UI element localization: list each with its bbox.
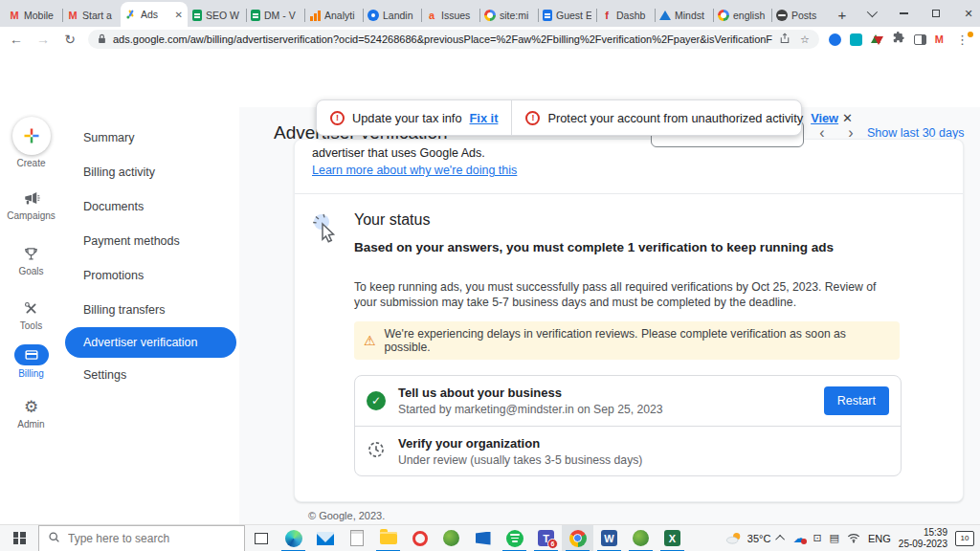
fix-it-link[interactable]: Fix it (470, 111, 499, 125)
weather-temp: 35°C (747, 533, 771, 544)
rail-item-create[interactable]: Create (0, 117, 62, 168)
window-minimize-button[interactable] (887, 0, 920, 27)
profile-gmail-icon[interactable]: M (935, 34, 944, 45)
taskbar-app-chrome[interactable] (562, 525, 593, 551)
learn-more-link[interactable]: Learn more about why we're doing this (312, 164, 517, 177)
taskbar-app-edge[interactable] (278, 525, 309, 551)
bookmark-star-icon[interactable]: ☆ (800, 33, 810, 46)
step-subtitle: Started by marketing@mindster.in on Sep … (398, 403, 663, 416)
taskbar-app-green[interactable] (435, 525, 467, 551)
browser-tab[interactable]: Guest E (538, 4, 596, 27)
wifi-icon[interactable] (847, 530, 860, 547)
onedrive-icon[interactable]: ☁ (792, 532, 805, 544)
extension-teal-icon[interactable] (850, 33, 862, 46)
url-text[interactable]: ads.google.com/aw/billing/advertiserveri… (113, 33, 772, 45)
taskbar-app-file-explorer[interactable] (372, 525, 404, 551)
tab-search-chevron-icon[interactable] (855, 0, 887, 27)
nav-item-payment-methods[interactable]: Payment methods (62, 224, 239, 258)
browser-tab[interactable]: fDashb (596, 4, 655, 27)
verification-steps-list: ✓ Tell us about your business Started by… (354, 375, 902, 476)
taskbar-app-system[interactable] (467, 525, 499, 551)
nav-item-summary[interactable]: Summary (62, 121, 239, 155)
taskbar-search-input[interactable] (68, 532, 235, 545)
mindster-icon (659, 10, 671, 21)
browser-tab[interactable]: Analyti (304, 4, 363, 27)
nav-item-settings[interactable]: Settings (62, 358, 239, 392)
antivirus-extension-icon[interactable] (871, 34, 883, 45)
word-icon: W (601, 530, 617, 546)
browser-menu-icon[interactable]: ⋮ (952, 33, 972, 47)
taskbar-app-excel[interactable]: X (657, 525, 688, 551)
billing-subnav: Summary Billing activity Documents Payme… (62, 107, 239, 524)
status-paragraph: To keep running ads, you must successful… (354, 279, 900, 310)
keyboard-tray-icon[interactable]: ▤ (830, 532, 839, 544)
browser-tab[interactable]: aIssues (421, 4, 479, 27)
gmail-icon: M (9, 10, 20, 21)
megaphone-icon (0, 188, 62, 208)
nav-item-billing-transfers[interactable]: Billing transfers (62, 293, 239, 327)
rail-item-goals[interactable]: Goals (0, 244, 62, 276)
rail-item-tools[interactable]: Tools (0, 298, 62, 331)
tray-time: 15:39 (899, 527, 947, 539)
view-link[interactable]: View (811, 111, 838, 125)
window-maximize-button[interactable] (920, 0, 952, 27)
rail-item-billing[interactable]: Billing (0, 344, 62, 379)
address-bar[interactable]: ads.google.com/aw/billing/advertiserveri… (88, 30, 819, 49)
nav-item-advertiser-verification[interactable]: Advertiser verification (65, 327, 236, 358)
edge-icon (285, 530, 302, 547)
clock[interactable]: 15:39 25-09-2023 (899, 527, 947, 550)
pc-tray-icon[interactable]: ⊡ (813, 532, 821, 544)
notification-center-icon[interactable]: 10 (955, 531, 974, 546)
forward-icon[interactable]: → (34, 32, 52, 47)
browser-tab[interactable]: SEO W (188, 4, 246, 27)
browser-tab[interactable]: DM - V (246, 4, 304, 27)
taskbar-app-green-2[interactable] (625, 525, 657, 551)
tray-expand-icon[interactable] (776, 535, 786, 544)
reload-icon[interactable]: ↻ (61, 32, 78, 47)
task-view-button[interactable] (245, 525, 278, 551)
browser-tab[interactable]: Posts (771, 4, 830, 27)
taskbar-app-mail[interactable] (309, 525, 341, 551)
window-close-button[interactable]: ✕ (952, 0, 980, 27)
start-button[interactable] (0, 525, 38, 551)
taskbar-search[interactable] (38, 525, 245, 551)
tab-close-icon[interactable]: ✕ (175, 10, 183, 20)
new-tab-button[interactable]: + (830, 2, 855, 27)
taskbar-app-teams[interactable]: T6 (530, 525, 562, 551)
browser-tab-active[interactable]: Ads ✕ (121, 2, 188, 27)
step-title: Verify your organization (398, 436, 642, 451)
nav-item-promotions[interactable]: Promotions (62, 258, 239, 293)
gmail-icon: M (67, 10, 78, 21)
extensions-puzzle-icon[interactable] (892, 31, 905, 48)
show-last-30-days-link[interactable]: Show last 30 days (867, 126, 964, 140)
browser-toolbar: ← → ↻ ads.google.com/aw/billing/advertis… (0, 27, 980, 52)
browser-tab[interactable]: MMobile (4, 4, 62, 27)
browser-tab[interactable]: site:mi (479, 4, 538, 27)
browser-tab[interactable]: MStart a (62, 4, 121, 27)
footer-copyright: © Google, 2023. (308, 510, 385, 521)
back-icon[interactable]: ← (8, 32, 25, 47)
nav-item-billing-activity[interactable]: Billing activity (62, 155, 239, 189)
browser-tab[interactable]: english (713, 4, 771, 27)
share-icon[interactable] (779, 33, 791, 46)
taskbar-app-spotify[interactable] (499, 525, 530, 551)
status-heading: Your status (354, 211, 834, 229)
taskbar-app-opera[interactable] (404, 525, 435, 551)
taskbar-app-notepad[interactable] (341, 525, 372, 551)
step-verify-organization: Verify your organization Under review (u… (355, 426, 901, 475)
taskbar-app-word[interactable]: W (593, 525, 625, 551)
rail-item-admin[interactable]: ⚙ Admin (0, 397, 62, 430)
weather-widget[interactable]: 35°C (725, 532, 771, 544)
side-panel-icon[interactable] (914, 34, 926, 45)
spotify-icon (506, 530, 523, 547)
rail-item-campaigns[interactable]: Campaigns (0, 188, 62, 221)
extension-blue-icon[interactable] (829, 33, 841, 46)
browser-tab[interactable]: Landin (363, 4, 421, 27)
toast-close-icon[interactable]: ✕ (838, 111, 857, 125)
left-rail: Create Campaigns Goals Tools Billing ⚙ A… (0, 107, 62, 524)
language-indicator[interactable]: ENG (868, 533, 891, 544)
restart-button[interactable]: Restart (824, 386, 889, 415)
chrome-icon (569, 530, 587, 547)
nav-item-documents[interactable]: Documents (62, 189, 239, 224)
browser-tab[interactable]: Mindst (655, 4, 713, 27)
